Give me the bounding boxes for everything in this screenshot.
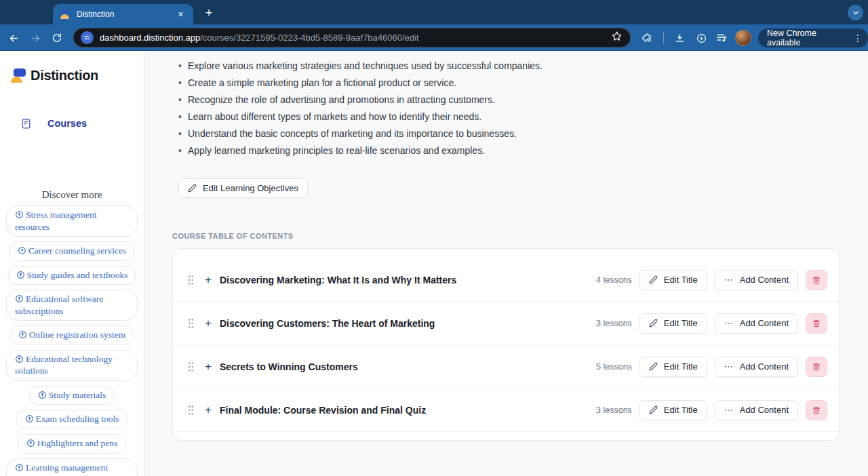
drag-handle-icon[interactable]: [187, 274, 197, 286]
performance-button[interactable]: [693, 30, 709, 46]
delete-module-button[interactable]: [806, 270, 827, 290]
edit-title-button[interactable]: Edit Title: [639, 357, 707, 377]
reload-icon: [52, 33, 62, 43]
discover-chip[interactable]: Study materials: [29, 386, 115, 405]
chevron-down-icon: [852, 9, 860, 17]
edit-title-button[interactable]: Edit Title: [639, 270, 707, 290]
lessons-count: 3 lessons: [596, 319, 632, 328]
chrome-update-button[interactable]: New Chrome available ⋮: [758, 28, 868, 47]
expand-module-icon[interactable]: +: [203, 317, 214, 330]
expand-module-icon[interactable]: +: [203, 273, 214, 287]
add-content-button[interactable]: ⋯ Add Content: [715, 270, 798, 290]
pencil-icon: [649, 319, 658, 328]
toc-section-title: COURSE TABLE OF CONTENTS: [172, 232, 840, 240]
ellipsis-icon: ⋯: [724, 405, 734, 415]
chrome-update-label: New Chrome available: [767, 28, 848, 47]
objective-item: Explore various marketing strategies and…: [178, 58, 840, 75]
ellipsis-icon: ⋯: [724, 275, 734, 285]
discover-chip[interactable]: Educational technology solutions: [6, 350, 138, 381]
reload-button[interactable]: [49, 30, 65, 46]
back-button[interactable]: [5, 30, 22, 46]
brand[interactable]: Distinction: [11, 67, 98, 83]
pencil-icon: [649, 362, 658, 371]
objective-item: Understand the basic concepts of marketi…: [178, 125, 840, 142]
sidebar-item-label: Courses: [47, 118, 87, 129]
drag-handle-icon[interactable]: [187, 361, 197, 373]
ellipsis-icon: ⋯: [724, 318, 734, 328]
discover-chip[interactable]: Stress management resources: [6, 205, 138, 237]
site-settings-icon[interactable]: [81, 31, 94, 44]
downloads-button[interactable]: [671, 30, 688, 46]
discover-chip[interactable]: Highlighters and pens: [18, 434, 126, 454]
media-controls-button[interactable]: [713, 30, 730, 46]
forward-button[interactable]: [27, 30, 43, 46]
brand-name: Distinction: [31, 68, 98, 83]
discover-chip[interactable]: Online registration system: [9, 325, 134, 345]
main-content: Explore various marketing strategies and…: [144, 51, 868, 476]
profile-avatar[interactable]: [735, 30, 751, 46]
discover-chip-list: Stress management resources Career couns…: [0, 205, 144, 476]
circle-arrow-icon: [26, 439, 35, 448]
trash-icon: [812, 275, 821, 285]
edit-title-button[interactable]: Edit Title: [639, 400, 707, 420]
circle-arrow-icon: [15, 294, 24, 303]
pencil-icon: [188, 184, 197, 193]
discover-chip[interactable]: Learning management systems: [6, 458, 138, 476]
sidebar-item-courses[interactable]: Courses: [0, 116, 144, 131]
tab-close-icon[interactable]: ✕: [175, 9, 186, 20]
circle-arrow-icon: [15, 355, 24, 363]
module-row: + Discovering Marketing: What It Is and …: [173, 258, 839, 302]
distinction-logo-icon: [11, 67, 27, 83]
module-row: + Final Module: Course Revision and Fina…: [173, 389, 839, 432]
circle-arrow-icon: [15, 463, 24, 472]
module-title: Secrets to Winning Customers: [220, 361, 358, 372]
module-row: + Discovering Customers: The Heart of Ma…: [173, 302, 839, 345]
circle-arrow-icon: [38, 391, 47, 399]
add-content-button[interactable]: ⋯ Add Content: [715, 400, 798, 420]
browser-tab-strip: Distinction ✕ +: [0, 0, 868, 24]
learning-objectives-list: Explore various marketing strategies and…: [178, 58, 840, 159]
bookmark-star-icon[interactable]: [611, 31, 623, 45]
courses-book-icon: [20, 118, 32, 130]
delete-module-button[interactable]: [806, 400, 827, 420]
trash-icon: [812, 405, 821, 415]
lessons-count: 3 lessons: [596, 405, 632, 415]
module-title: Final Module: Course Revision and Final …: [220, 405, 426, 416]
url-bar[interactable]: dashboard.distinction.app/courses/322715…: [73, 28, 631, 47]
browser-menu-icon[interactable]: ⋮: [853, 33, 863, 43]
discover-more-title: Discover more: [0, 189, 144, 201]
edit-title-button[interactable]: Edit Title: [639, 313, 707, 334]
trash-icon: [812, 362, 821, 372]
objective-item: Apply learned marketing principles to re…: [178, 142, 840, 159]
drag-handle-icon[interactable]: [187, 317, 197, 330]
browser-tab-distinction[interactable]: Distinction ✕: [53, 4, 193, 24]
discover-chip[interactable]: Study guides and textbooks: [7, 266, 137, 285]
drag-handle-icon[interactable]: [187, 404, 197, 416]
tab-search-button[interactable]: [848, 5, 863, 20]
expand-module-icon[interactable]: +: [203, 360, 214, 374]
trash-icon: [812, 319, 821, 328]
pencil-icon: [649, 275, 658, 284]
discover-chip[interactable]: Career counseling services: [9, 241, 136, 261]
add-content-button[interactable]: ⋯ Add Content: [715, 357, 798, 377]
objective-item: Recognize the role of advertising and pr…: [178, 92, 840, 108]
new-tab-button[interactable]: +: [201, 5, 217, 21]
discover-chip[interactable]: Exam scheduling tools: [16, 410, 128, 429]
extensions-button[interactable]: [639, 30, 655, 46]
puzzle-icon: [642, 33, 653, 44]
module-title: Discovering Customers: The Heart of Mark…: [220, 318, 435, 329]
expand-module-icon[interactable]: +: [203, 403, 214, 417]
objective-item: Learn about different types of markets a…: [178, 108, 840, 125]
circle-arrow-icon: [15, 210, 24, 219]
browser-toolbar: dashboard.distinction.app/courses/322715…: [0, 24, 868, 51]
lessons-count: 4 lessons: [596, 275, 632, 285]
objective-item: Create a simple marketing plan for a fic…: [178, 75, 840, 92]
circle-arrow-icon: [16, 271, 25, 279]
delete-module-button[interactable]: [806, 357, 827, 377]
delete-module-button[interactable]: [806, 313, 827, 334]
sidebar: Distinction Courses Discover more Stress…: [0, 51, 144, 476]
pencil-icon: [649, 405, 658, 414]
add-content-button[interactable]: ⋯ Add Content: [715, 313, 798, 334]
edit-learning-objectives-button[interactable]: Edit Learning Objectives: [178, 178, 308, 198]
discover-chip[interactable]: Educational software subscriptions: [6, 290, 138, 321]
